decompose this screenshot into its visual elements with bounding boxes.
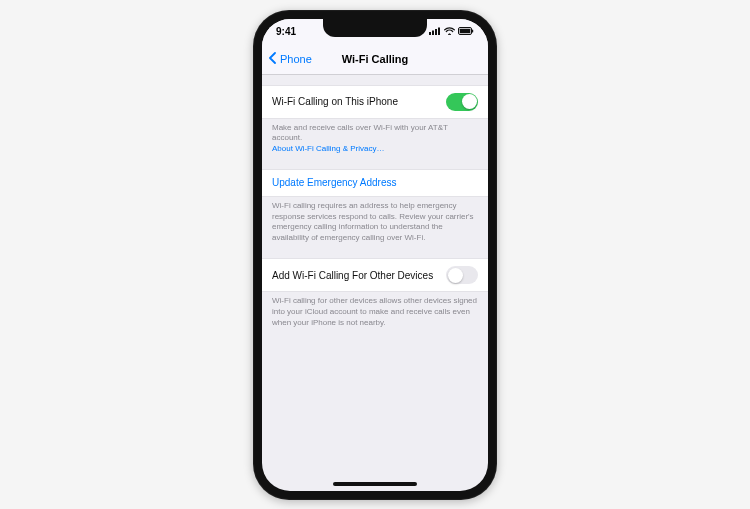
iphone-screen: 9:41 Phone Wi-Fi Calling	[262, 19, 488, 491]
row-other-devices-toggle[interactable]: Add Wi-Fi Calling For Other Devices	[262, 258, 488, 292]
svg-rect-6	[472, 30, 473, 33]
wifi-icon	[444, 26, 455, 37]
group-emergency-address: Update Emergency Address Wi-Fi calling r…	[262, 169, 488, 244]
footer-other-devices: Wi-Fi calling for other devices allows o…	[262, 292, 488, 328]
svg-rect-3	[438, 28, 440, 36]
about-privacy-link[interactable]: About Wi-Fi Calling & Privacy…	[272, 144, 384, 153]
settings-content[interactable]: Wi-Fi Calling on This iPhone Make and re…	[262, 75, 488, 491]
svg-rect-5	[460, 29, 471, 34]
battery-icon	[458, 26, 474, 37]
footer-wifi-calling: Make and receive calls over Wi-Fi with y…	[262, 119, 488, 155]
group-other-devices: Add Wi-Fi Calling For Other Devices Wi-F…	[262, 258, 488, 328]
row-update-emergency-address[interactable]: Update Emergency Address	[262, 169, 488, 197]
nav-bar: Phone Wi-Fi Calling	[262, 45, 488, 75]
group-wifi-calling: Wi-Fi Calling on This iPhone Make and re…	[262, 85, 488, 155]
wifi-calling-toggle[interactable]	[446, 93, 478, 111]
row-label: Update Emergency Address	[272, 177, 397, 188]
svg-rect-1	[432, 31, 434, 36]
notch	[323, 19, 427, 37]
back-button[interactable]: Phone	[268, 52, 312, 66]
other-devices-toggle[interactable]	[446, 266, 478, 284]
home-indicator[interactable]	[333, 482, 417, 486]
back-label: Phone	[280, 53, 312, 65]
row-label: Wi-Fi Calling on This iPhone	[272, 96, 398, 107]
status-time: 9:41	[276, 26, 296, 37]
row-wifi-calling-toggle[interactable]: Wi-Fi Calling on This iPhone	[262, 85, 488, 119]
svg-rect-0	[429, 32, 431, 35]
chevron-left-icon	[268, 52, 278, 66]
footer-emergency: Wi-Fi calling requires an address to hel…	[262, 197, 488, 244]
signal-icon	[429, 26, 441, 37]
svg-rect-2	[435, 29, 437, 35]
iphone-frame: 9:41 Phone Wi-Fi Calling	[253, 10, 497, 500]
row-label: Add Wi-Fi Calling For Other Devices	[272, 270, 433, 281]
